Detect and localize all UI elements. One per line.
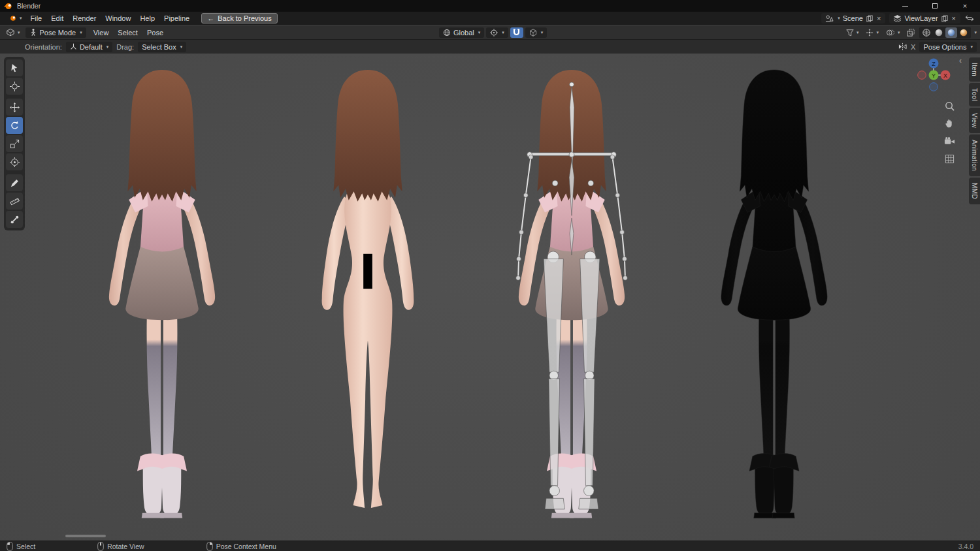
viewlayer-name: ViewLayer xyxy=(904,14,938,22)
menu-edit[interactable]: Edit xyxy=(46,14,68,23)
menu-help[interactable]: Help xyxy=(135,14,159,23)
maximize-icon xyxy=(932,3,938,8)
sidebar-tab-tool[interactable]: Tool xyxy=(969,83,980,106)
horizontal-scrollbar[interactable] xyxy=(65,535,106,537)
app-menu-button[interactable]: ▾ xyxy=(5,15,25,22)
tool-pose-breakdowner[interactable] xyxy=(6,211,23,228)
minimize-icon xyxy=(902,6,908,7)
minimize-button[interactable] xyxy=(890,0,920,12)
viewlayer-selector[interactable]: ViewLayer × xyxy=(889,13,960,24)
pivot-icon xyxy=(490,29,498,37)
window-controls: × xyxy=(890,0,980,12)
chevron-down-icon: ▾ xyxy=(80,30,82,35)
tool-move[interactable] xyxy=(6,99,23,116)
menu-pipeline[interactable]: Pipeline xyxy=(159,14,194,23)
menu-render[interactable]: Render xyxy=(68,14,101,23)
back-to-previous-button[interactable]: ← Back to Previous xyxy=(201,13,278,24)
menu-pose[interactable]: Pose xyxy=(142,28,168,37)
grid-ortho-button[interactable] xyxy=(943,152,956,165)
mirror-x-icon[interactable] xyxy=(898,42,907,51)
overlays-icon xyxy=(886,29,895,37)
status-hint-mouse-right: Pose Context Menu xyxy=(206,542,276,551)
scene-selector[interactable]: ▾ Scene × xyxy=(821,13,885,24)
pan-button[interactable] xyxy=(943,117,956,130)
transform-orientation-select[interactable]: Global ▾ xyxy=(439,27,484,38)
status-hint-mouse-left: Select xyxy=(7,542,35,551)
drag-field-label: Drag: xyxy=(116,43,134,51)
chevron-down-icon: ▾ xyxy=(18,30,20,35)
shading-options-caret-icon[interactable]: ▾ xyxy=(974,30,977,35)
drag-dropdown[interactable]: Select Box ▾ xyxy=(138,42,186,52)
show-overlays-button[interactable]: ▾ xyxy=(883,28,903,37)
mode-selector[interactable]: Pose Mode ▾ xyxy=(25,27,86,38)
tool-measure[interactable] xyxy=(6,193,23,210)
menu-file[interactable]: File xyxy=(26,14,47,23)
mirror-x-label: X xyxy=(911,43,915,51)
top-menubar: ▾ FileEditRenderWindowHelpPipeline ← Bac… xyxy=(0,12,980,25)
viewport-canvas[interactable]: Z X Y ‹ ItemToolViewAnimationMMD xyxy=(0,54,980,541)
menu-select[interactable]: Select xyxy=(113,28,142,37)
tool-tweak-select[interactable] xyxy=(6,59,23,76)
pose-options-dropdown[interactable]: Pose Options ▾ xyxy=(919,42,977,52)
menu-view[interactable]: View xyxy=(89,28,114,37)
pose-mode-icon xyxy=(29,28,37,37)
object-type-visibility-button[interactable]: ▾ xyxy=(843,28,862,37)
grid-ortho-icon xyxy=(945,154,955,164)
editor-type-button[interactable]: ▾ xyxy=(3,27,23,37)
sidebar-tab-animation[interactable]: Animation xyxy=(969,134,980,176)
sidebar-tab-view[interactable]: View xyxy=(969,108,980,133)
shading-solid-button[interactable] xyxy=(933,27,945,38)
shading-rendered-button[interactable] xyxy=(958,27,970,38)
tool-scale[interactable] xyxy=(6,135,23,152)
sidebar-tabs: ItemToolViewAnimationMMD xyxy=(969,57,980,204)
zoom-button[interactable] xyxy=(943,99,956,112)
character-wireframe[interactable] xyxy=(702,68,846,533)
funnel-icon xyxy=(846,29,854,37)
shading-material-preview-button[interactable] xyxy=(945,27,957,38)
tool-transform[interactable] xyxy=(6,153,23,170)
viewlayer-icon xyxy=(893,14,902,22)
remove-viewlayer-button[interactable]: × xyxy=(951,14,956,22)
orientation-field-label: Orientation: xyxy=(25,43,62,51)
tweak-select-icon xyxy=(10,63,20,73)
sidebar-collapse-icon[interactable]: ‹ xyxy=(959,56,962,65)
gizmo-arrows-icon xyxy=(866,29,874,37)
xray-icon xyxy=(907,29,915,37)
new-viewlayer-button[interactable] xyxy=(941,15,949,22)
character-body-back[interactable] xyxy=(296,68,440,533)
character-dressed-back[interactable] xyxy=(90,68,234,533)
cursor-icon xyxy=(10,82,20,91)
close-button[interactable]: × xyxy=(950,0,980,12)
unlink-scene-button[interactable]: × xyxy=(876,14,881,22)
move-icon xyxy=(10,102,20,112)
sidebar-tab-item[interactable]: Item xyxy=(969,57,980,82)
maximize-button[interactable] xyxy=(920,0,950,12)
solid-sphere-icon xyxy=(934,28,943,37)
new-scene-button[interactable] xyxy=(866,15,874,22)
tool-cursor[interactable] xyxy=(6,78,23,95)
pan-icon xyxy=(944,118,955,129)
menu-window[interactable]: Window xyxy=(101,14,135,23)
tool-annotate[interactable] xyxy=(6,174,23,191)
shading-mode-group xyxy=(919,27,971,39)
orientation-dropdown[interactable]: Default ▾ xyxy=(66,42,112,52)
mouse-middle-icon xyxy=(97,542,104,551)
rendered-sphere-icon xyxy=(959,28,968,37)
magnet-icon xyxy=(513,29,520,36)
snap-magnet-toggle[interactable] xyxy=(510,27,523,38)
tool-rotate[interactable] xyxy=(6,117,23,134)
show-gizmo-button[interactable]: ▾ xyxy=(863,28,881,37)
orientation-value: Default xyxy=(80,43,103,51)
link-arrows-icon[interactable] xyxy=(964,15,975,22)
camera-view-button[interactable] xyxy=(943,134,956,148)
shading-wireframe-button[interactable] xyxy=(921,27,932,38)
character-armature-pose[interactable] xyxy=(500,68,644,533)
navigation-gizmo[interactable]: Z X Y xyxy=(915,56,953,94)
mode-label: Pose Mode xyxy=(40,29,76,37)
axes-icon xyxy=(70,43,77,50)
pivot-point-select[interactable]: ▾ xyxy=(486,27,508,38)
pose-breakdowner-icon xyxy=(10,215,20,225)
snap-target-select[interactable]: ▾ xyxy=(525,27,547,38)
toggle-xray-button[interactable] xyxy=(904,28,917,37)
sidebar-tab-mmd[interactable]: MMD xyxy=(969,178,980,204)
